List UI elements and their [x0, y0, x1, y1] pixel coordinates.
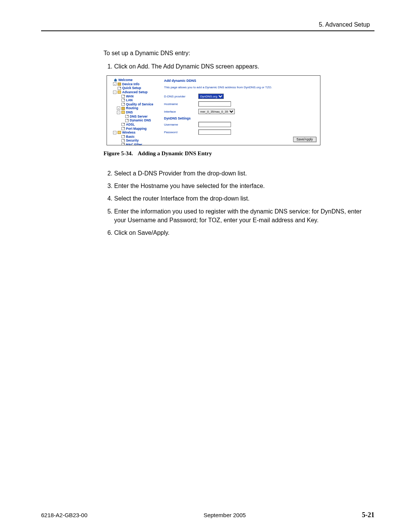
nav-tree: Welcome +Device Info Quick Setup −Advanc… [109, 78, 162, 145]
page-icon [121, 95, 125, 98]
page-icon [125, 119, 129, 122]
input-hostname[interactable] [198, 101, 231, 107]
nav-adsl[interactable]: ADSL [109, 123, 162, 127]
nav-wireless[interactable]: −Wireless [109, 131, 162, 135]
folder-icon [121, 107, 125, 110]
page-icon [121, 139, 125, 142]
footer-date: September 2005 [204, 512, 246, 518]
select-provider[interactable]: DynDNS.org [198, 94, 224, 99]
folder-open-icon [121, 111, 125, 114]
shot-title: Add dynamic DDNS [164, 79, 317, 83]
label-provider: D-DNS provider [164, 95, 198, 98]
folder-open-icon [118, 131, 121, 134]
home-icon [114, 78, 117, 81]
step-4: Select the router Interface from the dro… [114, 194, 365, 203]
folder-open-icon [118, 91, 121, 94]
nav-dynamic-dns[interactable]: Dynamic DNS [109, 118, 162, 123]
step-5: Enter the information you used to regist… [114, 207, 365, 225]
nav-security[interactable]: Security [109, 139, 162, 143]
step-1: Click on Add. The Add Dynamic DNS screen… [114, 62, 365, 71]
header-rule [41, 30, 374, 31]
nav-qos[interactable]: Quality of Service [109, 102, 162, 107]
nav-port-mapping[interactable]: Port Mapping [109, 127, 162, 131]
nav-dns-server[interactable]: DNS Server [109, 115, 162, 119]
page-icon [121, 135, 125, 138]
step-3: Enter the Hostname you have selected for… [114, 182, 365, 190]
folder-icon [118, 83, 121, 86]
label-password: Password [164, 131, 198, 134]
nav-dns[interactable]: −DNS [109, 110, 162, 115]
step-6: Click on Save/Apply. [114, 228, 365, 237]
label-username: Username [164, 123, 198, 126]
shot-content: Add dynamic DDNS This page allows you to… [164, 79, 317, 137]
page-icon [125, 115, 129, 118]
nav-quick-setup[interactable]: Quick Setup [109, 86, 162, 90]
label-hostname: Hostname [164, 102, 198, 106]
nav-welcome[interactable]: Welcome [109, 78, 162, 82]
figure-caption: Figure 5-34. Adding a Dynamic DNS Entry [104, 150, 212, 157]
screenshot-add-ddns: Welcome +Device Info Quick Setup −Advanc… [107, 75, 320, 145]
intro-text: To set up a Dynamic DNS entry: [104, 49, 365, 57]
page-icon [118, 87, 121, 90]
page-icon [121, 123, 125, 126]
input-password[interactable] [198, 129, 231, 135]
nav-device-info[interactable]: +Device Info [109, 82, 162, 86]
save-apply-button[interactable]: Save/Apply [293, 137, 316, 142]
page-icon [121, 143, 125, 145]
footer-docid: 6218-A2-GB23-00 [41, 512, 88, 518]
nav-mac-filter[interactable]: MAC Filter [109, 143, 162, 145]
section-dyndns-settings: DynDNS Settings [164, 116, 317, 120]
step-2: Select a D-DNS Provider from the drop-do… [114, 169, 365, 178]
input-username[interactable] [198, 122, 231, 127]
nav-basic[interactable]: Basic [109, 135, 162, 139]
nav-wan[interactable]: WAN [109, 94, 162, 99]
page-icon [121, 127, 125, 130]
select-interface[interactable]: mer_0_35/nas_0_35 [198, 109, 235, 114]
shot-help-text: This page allows you to add a Dynamic DN… [164, 86, 317, 89]
nav-routing[interactable]: +Routing [109, 106, 162, 110]
footer-page: 5-21 [362, 511, 374, 519]
running-header: 5. Advanced Setup [319, 21, 370, 28]
label-interface: Interface [164, 110, 198, 113]
nav-advanced-setup[interactable]: −Advanced Setup [109, 90, 162, 94]
page-icon [121, 103, 125, 106]
page-footer: 6218-A2-GB23-00 September 2005 5-21 [41, 511, 374, 519]
nav-lan[interactable]: LAN [109, 98, 162, 102]
page-icon [121, 99, 125, 102]
